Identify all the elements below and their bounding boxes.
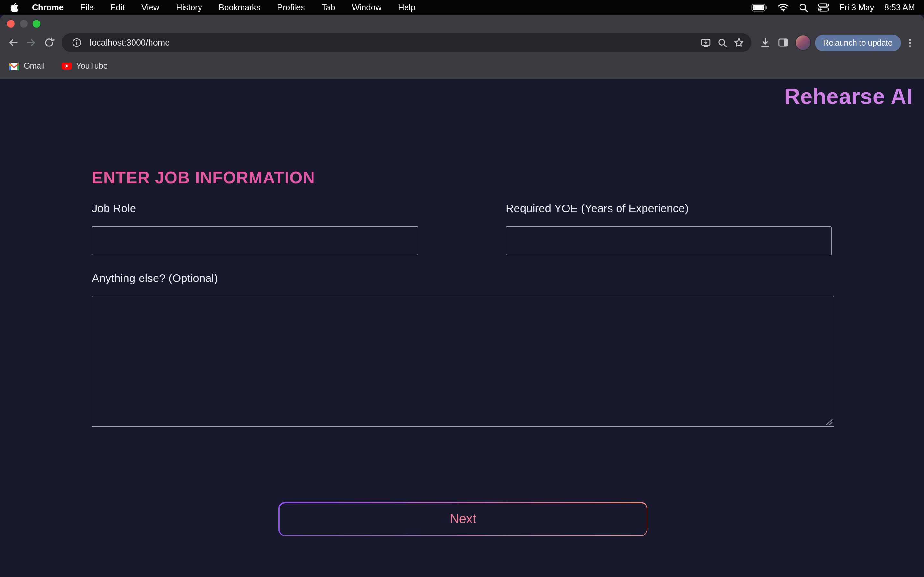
screen: Chrome File Edit View History Bookmarks … [0,0,924,577]
macos-menu-bar: Chrome File Edit View History Bookmarks … [0,0,924,15]
job-role-label: Job Role [92,201,418,216]
youtube-icon [61,62,71,70]
window-minimize-button[interactable] [20,19,27,27]
bookmark-gmail[interactable]: Gmail [9,61,45,71]
profile-avatar[interactable] [795,35,811,51]
menu-item-window[interactable]: Window [344,0,390,15]
window-titlebar [0,15,924,32]
back-arrow-icon [7,37,18,48]
job-role-input[interactable] [92,226,418,255]
menu-item-profiles[interactable]: Profiles [269,0,313,15]
menu-bar-clock[interactable]: 8:53 AM [885,3,915,12]
zoom-icon[interactable] [714,34,730,51]
yoe-input[interactable] [506,226,832,255]
forward-arrow-icon [25,37,36,48]
web-page: Rehearse AI ENTER JOB INFORMATION Job Ro… [0,79,924,577]
notes-textarea[interactable] [92,295,834,427]
forward-button[interactable] [22,34,40,52]
yoe-field-group: Required YOE (Years of Experience) [506,201,832,255]
reload-button[interactable] [40,34,58,52]
app-logo-rehearse-ai: Rehearse AI [0,79,924,109]
menu-bar-date[interactable]: Fri 3 May [839,3,874,12]
window-close-button[interactable] [7,19,15,27]
gmail-icon [9,62,19,70]
url-text[interactable]: localhost:3000/home [90,38,697,47]
bookmarks-bar: Gmail YouTube [0,53,924,79]
page-title: ENTER JOB INFORMATION [92,168,834,188]
control-center-icon[interactable] [818,3,829,11]
resize-grip-icon[interactable] [825,418,833,426]
side-panel-icon [778,37,788,48]
relaunch-to-update-button[interactable]: Relaunch to update [814,34,901,51]
browser-toolbar: localhost:3000/home [0,32,924,53]
next-button-label: Next [279,503,646,535]
menu-item-bookmarks[interactable]: Bookmarks [210,0,269,15]
battery-icon[interactable] [751,3,767,11]
install-app-icon[interactable] [697,34,714,51]
download-icon [760,37,771,48]
bookmark-youtube[interactable]: YouTube [61,61,107,71]
menu-item-help[interactable]: Help [390,0,424,15]
next-button[interactable]: Next [278,502,648,536]
menu-item-view[interactable]: View [133,0,168,15]
spotlight-search-icon[interactable] [799,3,808,12]
browser-menu-button[interactable] [901,34,919,52]
download-button[interactable] [756,34,774,52]
side-panel-button[interactable] [774,34,792,52]
bookmark-star-icon[interactable] [730,34,747,51]
notes-label: Anything else? (Optional) [92,271,834,286]
menu-app-name[interactable]: Chrome [24,0,72,15]
notes-field-group: Anything else? (Optional) [92,271,834,427]
three-dots-icon [905,37,915,48]
job-role-field-group: Job Role [92,201,418,255]
apple-icon [10,3,19,12]
site-info-icon[interactable] [68,34,85,51]
menu-item-tab[interactable]: Tab [313,0,344,15]
bookmark-label: Gmail [24,61,45,71]
bookmark-label: YouTube [76,61,107,71]
apple-menu[interactable] [9,3,24,12]
yoe-label: Required YOE (Years of Experience) [506,201,832,216]
back-button[interactable] [4,34,22,52]
job-info-form: ENTER JOB INFORMATION Job Role Required … [0,168,924,536]
menu-item-file[interactable]: File [72,0,102,15]
wifi-icon[interactable] [778,3,788,11]
menu-item-history[interactable]: History [168,0,210,15]
reload-icon [43,37,54,48]
menu-item-edit[interactable]: Edit [102,0,133,15]
address-bar[interactable]: localhost:3000/home [61,33,751,52]
window-zoom-button[interactable] [33,19,40,27]
